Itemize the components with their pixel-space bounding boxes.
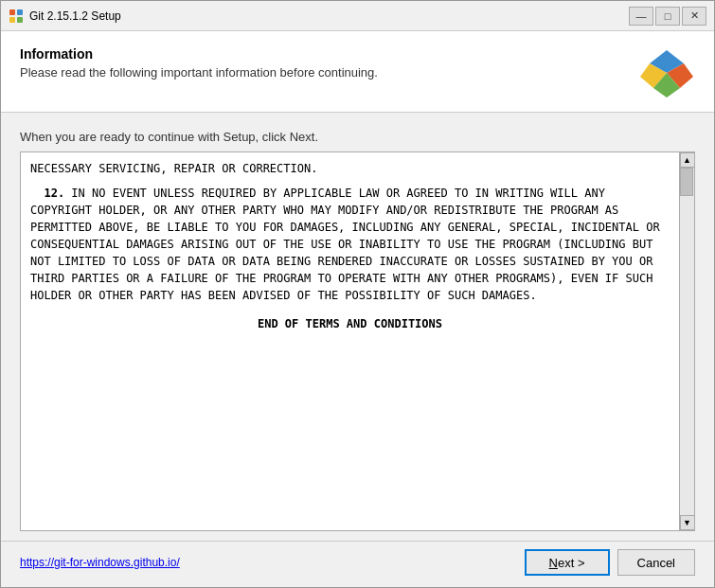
content-area: When you are ready to continue with Setu…: [1, 113, 714, 541]
minimize-button[interactable]: —: [629, 7, 653, 26]
scrollbar[interactable]: ▲ ▼: [679, 152, 694, 530]
license-text-box[interactable]: NECESSARY SERVICING, REPAIR OR CORRECTIO…: [20, 151, 695, 531]
svg-rect-0: [9, 9, 15, 15]
close-button[interactable]: ✕: [682, 7, 706, 26]
title-bar-controls: — □ ✕: [629, 7, 706, 26]
svg-rect-3: [17, 17, 23, 23]
setup-window: Git 2.15.1.2 Setup — □ ✕ Information Ple…: [0, 0, 715, 588]
footer-link[interactable]: https://git-for-windows.github.io/: [20, 556, 180, 569]
app-icon: [9, 9, 24, 24]
git-logo: [638, 46, 695, 98]
next-button-label: Next >: [549, 556, 585, 570]
license-text-content[interactable]: NECESSARY SERVICING, REPAIR OR CORRECTIO…: [21, 152, 679, 530]
footer-section: https://git-for-windows.github.io/ Next …: [1, 541, 714, 587]
header-subtitle: Please read the following important info…: [20, 65, 629, 80]
svg-rect-2: [9, 17, 15, 23]
title-bar-left: Git 2.15.1.2 Setup: [9, 9, 121, 24]
footer-buttons: Next > Cancel: [525, 549, 695, 576]
header-section: Information Please read the following im…: [1, 31, 714, 113]
license-end: END OF TERMS AND CONDITIONS: [30, 315, 670, 332]
scroll-thumb[interactable]: [680, 168, 693, 196]
header-title: Information: [20, 46, 629, 62]
cancel-button[interactable]: Cancel: [617, 549, 695, 576]
license-line-1: NECESSARY SERVICING, REPAIR OR CORRECTIO…: [30, 160, 670, 177]
window-title: Git 2.15.1.2 Setup: [29, 9, 121, 23]
license-line-2: 12. IN NO EVENT UNLESS REQUIRED BY APPLI…: [30, 185, 670, 304]
maximize-button[interactable]: □: [655, 7, 680, 26]
svg-rect-1: [17, 9, 23, 15]
scroll-down-arrow[interactable]: ▼: [680, 515, 695, 530]
scroll-up-arrow[interactable]: ▲: [680, 152, 695, 168]
intro-text: When you are ready to continue with Setu…: [20, 130, 695, 144]
next-button[interactable]: Next >: [525, 549, 610, 576]
header-text: Information Please read the following im…: [20, 46, 629, 80]
title-bar: Git 2.15.1.2 Setup — □ ✕: [1, 1, 714, 31]
scroll-track[interactable]: [680, 168, 694, 515]
